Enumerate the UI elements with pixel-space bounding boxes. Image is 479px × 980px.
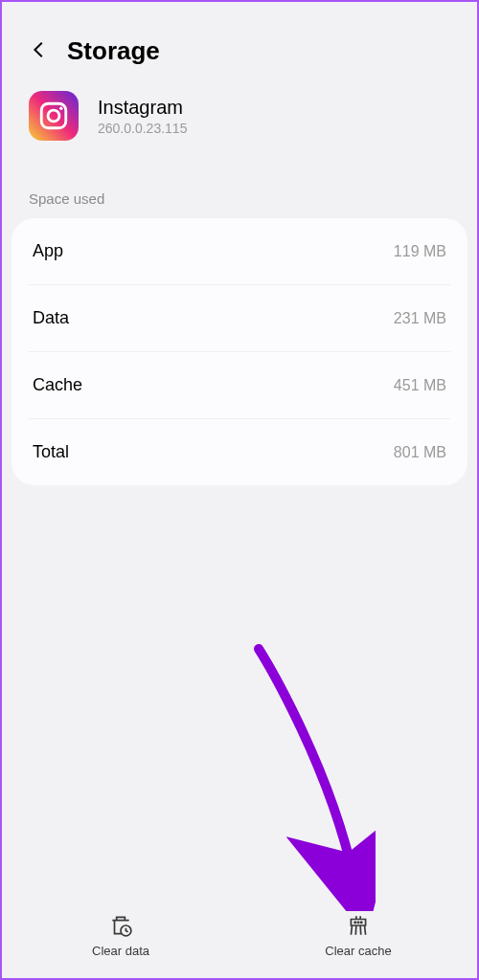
svg-point-1 — [48, 110, 59, 122]
clear-cache-button[interactable]: Clear cache — [240, 892, 477, 978]
header: Storage — [2, 2, 477, 85]
page-title: Storage — [67, 36, 160, 66]
arrow-annotation — [241, 643, 376, 911]
trash-clock-icon — [108, 913, 133, 938]
svg-point-4 — [354, 922, 355, 923]
row-value: 801 MB — [394, 444, 446, 461]
svg-point-5 — [357, 922, 358, 923]
bottom-bar: Clear data Clear cache — [2, 892, 477, 978]
row-total: Total 801 MB — [29, 419, 450, 485]
row-cache: Cache 451 MB — [29, 352, 450, 419]
app-name: Instagram — [98, 97, 187, 119]
row-value: 451 MB — [394, 377, 446, 394]
row-app: App 119 MB — [29, 218, 450, 285]
row-label: Data — [33, 308, 69, 328]
screen-frame: Storage Instagram 260.0.0.23.115 Space u… — [0, 0, 479, 980]
svg-point-2 — [59, 107, 62, 110]
clear-data-button[interactable]: Clear data — [2, 892, 240, 978]
row-data: Data 231 MB — [29, 285, 450, 352]
back-button[interactable] — [29, 39, 50, 64]
space-used-label: Space used — [2, 173, 477, 218]
clear-cache-label: Clear cache — [325, 944, 391, 958]
instagram-app-icon — [29, 91, 79, 141]
row-label: Total — [33, 442, 69, 462]
svg-point-6 — [361, 922, 362, 923]
clear-data-label: Clear data — [92, 944, 149, 958]
row-label: App — [33, 241, 63, 261]
row-label: Cache — [33, 375, 82, 395]
instagram-icon — [37, 100, 70, 132]
app-info: Instagram 260.0.0.23.115 — [2, 85, 477, 173]
chevron-left-icon — [29, 39, 50, 60]
row-value: 119 MB — [394, 243, 446, 260]
app-version: 260.0.0.23.115 — [98, 121, 187, 136]
space-used-card: App 119 MB Data 231 MB Cache 451 MB Tota… — [11, 218, 468, 485]
broom-icon — [346, 913, 371, 938]
app-text: Instagram 260.0.0.23.115 — [98, 97, 187, 136]
row-value: 231 MB — [394, 310, 446, 327]
